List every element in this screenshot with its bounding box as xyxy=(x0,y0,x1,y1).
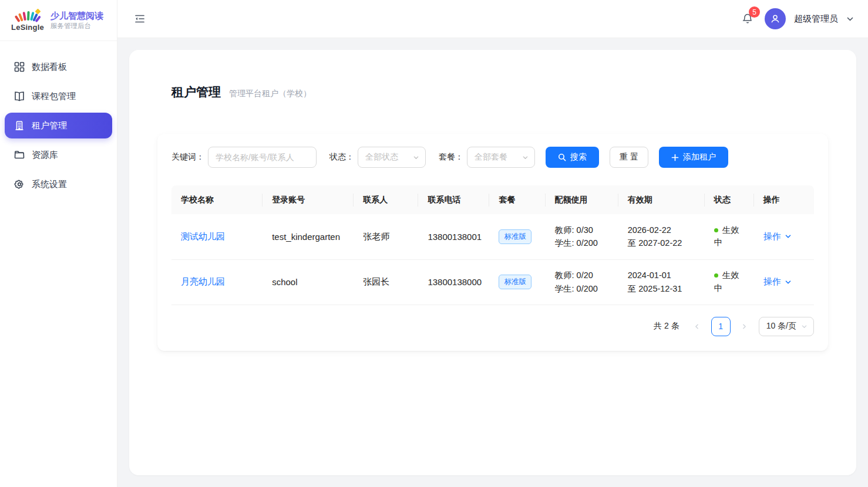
status-cell: 生效中 xyxy=(705,214,754,259)
contact-cell: 张园长 xyxy=(354,259,418,305)
col-plan: 套餐 xyxy=(489,185,545,214)
sidebar-item-tenant-management[interactable]: 租户管理 xyxy=(5,113,112,138)
pagination-page-1[interactable]: 1 xyxy=(711,317,731,336)
status-select[interactable]: 全部状态 xyxy=(358,147,426,168)
main-content: 租户管理 管理平台租户（学校） 关键词： 状态： 全部状态 套餐： 全部套餐 xyxy=(117,38,868,487)
sidebar-item-label: 课程包管理 xyxy=(32,91,76,102)
valid-from: 2024-01-01 xyxy=(628,269,695,282)
building-icon xyxy=(14,120,25,131)
quota-cell: 教师: 0/30 学生: 0/200 xyxy=(546,214,618,259)
search-button[interactable]: 搜索 xyxy=(546,147,599,168)
user-name[interactable]: 超级管理员 xyxy=(794,13,838,25)
sidebar-item-label: 系统设置 xyxy=(32,179,67,190)
status-dot-icon xyxy=(714,228,718,232)
page-size-select[interactable]: 10 条/页 xyxy=(759,317,814,336)
col-quota: 配额使用 xyxy=(546,185,618,214)
contact-cell: 张老师 xyxy=(354,214,418,259)
gear-icon xyxy=(14,179,25,190)
reset-button[interactable]: 重 置 xyxy=(610,147,648,168)
valid-from: 2026-02-22 xyxy=(628,224,695,236)
chevron-left-icon xyxy=(694,323,700,330)
brand-header: LeSingle 少儿智慧阅读 服务管理后台 xyxy=(0,0,117,41)
validity-cell: 2024-01-01 至 2025-12-31 xyxy=(618,259,705,305)
page-head: 租户管理 管理平台租户（学校） xyxy=(171,84,311,100)
sidebar-collapse-button[interactable] xyxy=(132,11,148,27)
chevron-down-icon xyxy=(801,323,808,330)
plan-select[interactable]: 全部套餐 xyxy=(467,147,535,168)
sidebar-item-course-packages[interactable]: 课程包管理 xyxy=(5,83,112,109)
reset-button-label: 重 置 xyxy=(620,152,638,163)
pagination-next-button[interactable] xyxy=(736,318,753,334)
account-cell: test_kindergarten xyxy=(263,214,354,259)
brand-text: 少儿智慧阅读 服务管理后台 xyxy=(51,10,103,31)
quota-teacher: 教师: 0/30 xyxy=(555,224,609,236)
menu-fold-icon xyxy=(134,13,146,25)
top-header: 5 超级管理员 xyxy=(117,0,868,38)
phone-cell: 13800138001 xyxy=(418,214,489,259)
col-actions: 操作 xyxy=(754,185,814,214)
row-actions-dropdown[interactable]: 操作 xyxy=(763,231,792,242)
chevron-down-icon xyxy=(785,233,792,240)
header-right: 5 超级管理员 xyxy=(739,8,854,29)
sidebar-item-dashboard[interactable]: 数据看板 xyxy=(5,54,112,80)
sidebar-item-system-settings[interactable]: 系统设置 xyxy=(5,171,112,197)
keyword-input[interactable] xyxy=(208,147,317,168)
sidebar-item-label: 资源库 xyxy=(32,150,58,161)
quota-teacher: 教师: 0/20 xyxy=(555,269,609,282)
brand-subtitle: 服务管理后台 xyxy=(51,22,103,31)
avatar[interactable] xyxy=(765,8,786,29)
row-actions-dropdown[interactable]: 操作 xyxy=(763,276,792,288)
validity-cell: 2026-02-22 至 2027-02-22 xyxy=(618,214,705,259)
valid-to: 至 2025-12-31 xyxy=(628,282,695,295)
chevron-down-icon xyxy=(785,279,792,286)
plan-select-value: 全部套餐 xyxy=(475,152,507,163)
page-subtitle: 管理平台租户（学校） xyxy=(229,89,311,99)
user-icon xyxy=(770,13,780,24)
sidebar: LeSingle 少儿智慧阅读 服务管理后台 数据看板 课程包管理 xyxy=(0,0,117,487)
phone-cell: 13800138000 xyxy=(418,259,489,305)
page-title: 租户管理 xyxy=(171,84,221,100)
user-menu-chevron-down-icon[interactable] xyxy=(846,15,854,23)
pagination-prev-button[interactable] xyxy=(689,318,705,334)
notification-badge: 5 xyxy=(749,6,760,18)
book-icon xyxy=(14,91,25,102)
status-select-value: 全部状态 xyxy=(365,152,398,163)
brand-title: 少儿智慧阅读 xyxy=(51,10,103,22)
page-size-value: 10 条/页 xyxy=(766,321,796,332)
col-status: 状态 xyxy=(705,185,754,214)
folder-icon xyxy=(14,150,25,160)
tenant-table-wrap: 学校名称 登录账号 联系人 联系电话 套餐 配额使用 有效期 状态 操作 xyxy=(171,185,814,305)
school-name-link[interactable]: 测试幼儿园 xyxy=(181,231,225,241)
col-contact: 联系人 xyxy=(354,185,418,214)
col-account: 登录账号 xyxy=(263,185,354,214)
sidebar-item-label: 数据看板 xyxy=(32,62,67,73)
valid-to: 至 2027-02-22 xyxy=(628,236,695,249)
table-header: 学校名称 登录账号 联系人 联系电话 套餐 配额使用 有效期 状态 操作 xyxy=(171,185,814,214)
keyword-label: 关键词： xyxy=(171,152,204,163)
status-label: 状态： xyxy=(329,152,354,163)
col-school: 学校名称 xyxy=(171,185,263,214)
row-actions-label: 操作 xyxy=(763,276,781,288)
add-tenant-button[interactable]: 添加租户 xyxy=(659,147,728,168)
plan-tag: 标准版 xyxy=(499,229,531,244)
pagination: 共 2 条 1 10 条/页 xyxy=(171,317,814,336)
table-row: 测试幼儿园 test_kindergarten 张老师 13800138001 … xyxy=(171,214,814,259)
dashboard-icon xyxy=(14,62,25,72)
school-name-link[interactable]: 月亮幼儿园 xyxy=(181,276,225,286)
logo-wordmark: LeSingle xyxy=(11,23,44,32)
status-dot-icon xyxy=(714,273,718,278)
chevron-down-icon xyxy=(413,154,419,161)
sidebar-item-label: 租户管理 xyxy=(32,120,67,131)
notification-bell[interactable]: 5 xyxy=(739,10,756,28)
lesingle-logo: LeSingle xyxy=(11,9,45,32)
quota-student: 学生: 0/200 xyxy=(555,236,609,249)
status-cell: 生效中 xyxy=(705,259,754,305)
pagination-total: 共 2 条 xyxy=(654,321,679,332)
row-actions-label: 操作 xyxy=(763,231,781,242)
sidebar-item-resource-library[interactable]: 资源库 xyxy=(5,142,112,168)
add-tenant-button-label: 添加租户 xyxy=(683,152,716,163)
table-row: 月亮幼儿园 school 张园长 13800138000 标准版 教师: 0/2… xyxy=(171,259,814,305)
plan-label: 套餐： xyxy=(439,152,463,163)
sidebar-nav: 数据看板 课程包管理 租户管理 资源库 xyxy=(0,41,117,197)
plus-icon xyxy=(671,154,679,161)
